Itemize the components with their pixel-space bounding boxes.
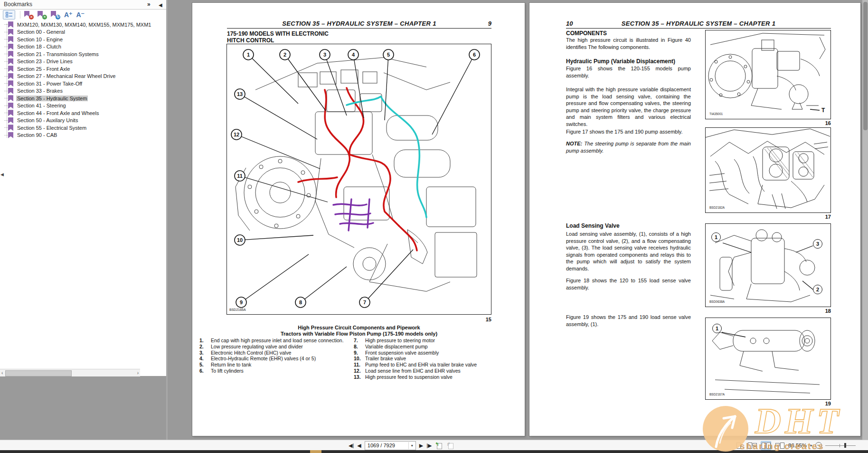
bookmark-item[interactable]: Section 27 - Mechanical Rear Wheel Drive bbox=[0, 73, 166, 80]
note-label: NOTE: bbox=[566, 141, 582, 146]
bookmark-item[interactable]: Section 23 - Drive Lines bbox=[0, 58, 166, 66]
figure15-code-label: BSD2165A bbox=[229, 308, 246, 311]
scroll-right-arrow-icon[interactable]: › bbox=[137, 370, 139, 376]
page-dropdown-caret-icon[interactable]: ▾ bbox=[408, 442, 415, 449]
single-page-view-button[interactable] bbox=[733, 441, 744, 450]
previous-page-button[interactable]: ◀ bbox=[357, 440, 361, 451]
expand-bookmarks-button[interactable] bbox=[3, 10, 15, 19]
bookmark-item-label: Section 27 - Mechanical Rear Wheel Drive bbox=[16, 73, 116, 79]
page-number-input[interactable]: 1069 / 7929 ▾ bbox=[365, 441, 416, 450]
legend-item-text: Electro-Hydraulic Remote (EHR) valves (4… bbox=[211, 356, 344, 362]
figure18-code-label: BSD0638A bbox=[709, 300, 725, 303]
panel-splitter[interactable] bbox=[166, 0, 168, 440]
bookmark-item[interactable]: Section 35 - Hydraulic System bbox=[0, 95, 166, 102]
continuous-view-button[interactable] bbox=[747, 441, 757, 450]
zoom-dropdown-caret-icon[interactable]: ▾ bbox=[810, 443, 812, 448]
legend-item-text: High pressure feed to suspension valve bbox=[365, 375, 492, 380]
bookmarks-horizontal-scrollbar[interactable]: ‹ › bbox=[0, 369, 140, 376]
panel-options-icon[interactable]: » bbox=[147, 0, 151, 8]
bookmark-item[interactable]: MXM120, MXM130, MXM140, MXM155, MXM175, … bbox=[0, 21, 166, 29]
section-title-line1: 175-190 MODELS WITH ELECTRONIC bbox=[227, 30, 329, 37]
legend-item-number: 2. bbox=[199, 344, 211, 350]
legend-item: 10.Trailer brake valve bbox=[354, 356, 492, 362]
zoom-out-button[interactable] bbox=[815, 442, 822, 449]
figure19-load-sense-valve-illustration: BSD2167A bbox=[706, 318, 830, 399]
bookmark-item-label: Section 25 - Front Axle bbox=[16, 66, 71, 72]
bookmark-flag-icon bbox=[8, 117, 13, 124]
legend-item: 7.High pressure to steering motor bbox=[354, 338, 492, 344]
zoom-slider[interactable] bbox=[825, 442, 856, 449]
continuous-page-icon bbox=[748, 443, 752, 449]
figure18-callout-2: 2 bbox=[813, 285, 822, 294]
facing-page-icon bbox=[762, 443, 766, 449]
bookmark-item[interactable]: Section 10 - Engine bbox=[0, 36, 166, 43]
decrease-text-size-button[interactable]: A⁻ bbox=[76, 11, 85, 19]
taskbar-accent bbox=[310, 450, 321, 453]
svg-text:4: 4 bbox=[352, 52, 355, 58]
figure15-caption-line2: Tractors with Variable Flow Piston Pump … bbox=[199, 331, 519, 337]
svg-text:10: 10 bbox=[237, 237, 243, 243]
bookmarks-toolbar: × + ↻ A⁺ A⁻ bbox=[0, 10, 166, 20]
add-bookmark-button[interactable]: + bbox=[38, 11, 47, 19]
legend-item: 6.To lift cylinders bbox=[199, 368, 344, 374]
next-view-button[interactable]: ↱ bbox=[447, 442, 455, 449]
scrollbar-thumb[interactable] bbox=[5, 370, 72, 376]
figure15-legend-left: 1.End cap with high pressure inlet and l… bbox=[199, 338, 344, 375]
bookmark-item-label: Section 90 - CAB bbox=[16, 132, 58, 138]
bookmark-item[interactable]: Section 25 - Front Axle bbox=[0, 65, 166, 73]
window-bottom-edge bbox=[0, 450, 868, 453]
figure17-frame: BSD2182A bbox=[705, 127, 831, 213]
bookmarks-title: Bookmarks bbox=[4, 1, 32, 8]
bookmark-flag-icon bbox=[8, 125, 13, 131]
bookmark-add-icon: + bbox=[38, 11, 47, 19]
legend-item: 13.High pressure feed to suspension valv… bbox=[354, 375, 492, 380]
document-vertical-scrollbar[interactable] bbox=[862, 0, 868, 440]
legend-item: 4.Electro-Hydraulic Remote (EHR) valves … bbox=[199, 356, 344, 362]
bookmark-item[interactable]: Section 21 - Transmission Systems bbox=[0, 50, 166, 58]
page-number-value[interactable]: 1069 / 7929 bbox=[365, 443, 408, 448]
bookmark-item[interactable]: Section 33 - Brakes bbox=[0, 87, 166, 95]
zoom-slider-handle[interactable] bbox=[844, 443, 846, 448]
bookmark-item[interactable]: Section 90 - CAB bbox=[0, 132, 166, 139]
last-page-button[interactable]: |▶ bbox=[426, 440, 432, 451]
bookmark-item[interactable]: Section 44 - Front Axle and Wheels bbox=[0, 109, 166, 117]
bookmark-item[interactable]: Section 18 - Clutch bbox=[0, 43, 166, 51]
panel-collapse-icon[interactable]: ◀ bbox=[159, 1, 162, 9]
facing-view-button[interactable] bbox=[761, 441, 771, 450]
bookmark-item[interactable]: Section 00 - General bbox=[0, 29, 166, 36]
document-page-10: 10 SECTION 35 – HYDRAULIC SYSTEM – CHAPT… bbox=[529, 3, 860, 436]
continuous-page-icon bbox=[753, 443, 757, 446]
page9-running-header: SECTION 35 – HYDRAULIC SYSTEM – CHAPTER … bbox=[227, 20, 491, 27]
panel-edge-collapse-icon[interactable]: ◀ bbox=[0, 172, 4, 177]
previous-view-button[interactable]: ↰ bbox=[435, 442, 443, 449]
pdf-viewer-window: Bookmarks » ◀ × + bbox=[0, 0, 868, 453]
bookmark-item-label: Section 55 - Electrical System bbox=[16, 125, 87, 131]
facing-continuous-view-button[interactable] bbox=[774, 441, 785, 450]
locate-bookmark-button[interactable]: ↻ bbox=[51, 11, 60, 19]
svg-text:5: 5 bbox=[387, 52, 390, 58]
bookmark-item[interactable]: Section 31 - Power Take-Off bbox=[0, 80, 166, 87]
scrollbar-thumb[interactable] bbox=[863, 2, 868, 130]
figure15-frame: 12345613121110987 BSD2165A bbox=[226, 44, 491, 315]
bookmark-item-label: Section 41 - Steering bbox=[16, 103, 67, 108]
bookmark-item-label: MXM120, MXM130, MXM140, MXM155, MXM175, … bbox=[16, 22, 152, 28]
scroll-left-arrow-icon[interactable]: ‹ bbox=[1, 370, 3, 376]
bookmark-item[interactable]: Section 50 - Auxilary Units bbox=[0, 117, 166, 125]
bookmark-item[interactable]: Section 55 - Electrical System bbox=[0, 124, 166, 132]
next-page-button[interactable]: ▶ bbox=[419, 440, 423, 451]
increase-text-size-button[interactable]: A⁺ bbox=[64, 11, 73, 19]
figure16-t-label: T bbox=[821, 107, 825, 114]
first-page-button[interactable]: ◀| bbox=[349, 440, 354, 451]
bookmark-flag-icon bbox=[8, 66, 13, 72]
delete-bookmark-button[interactable]: × bbox=[24, 11, 34, 19]
bookmark-item[interactable]: Section 41 - Steering bbox=[0, 102, 166, 110]
svg-text:1: 1 bbox=[247, 52, 250, 58]
legend-item-number: 6. bbox=[199, 368, 211, 374]
legend-item-text: Low pressure regulating valve and divide… bbox=[211, 344, 344, 350]
legend-item-text: Pump feed to EHC and EHR via trailer bra… bbox=[365, 362, 492, 368]
section-title-line2: HITCH CONTROL bbox=[227, 37, 274, 44]
bookmark-flag-icon bbox=[8, 110, 13, 116]
zoom-level-value[interactable]: 86.55% bbox=[788, 443, 807, 448]
bookmark-flag-icon bbox=[8, 36, 13, 42]
pump-paragraph-1: Figure 16 shows the 120-155 models pump … bbox=[566, 65, 691, 79]
